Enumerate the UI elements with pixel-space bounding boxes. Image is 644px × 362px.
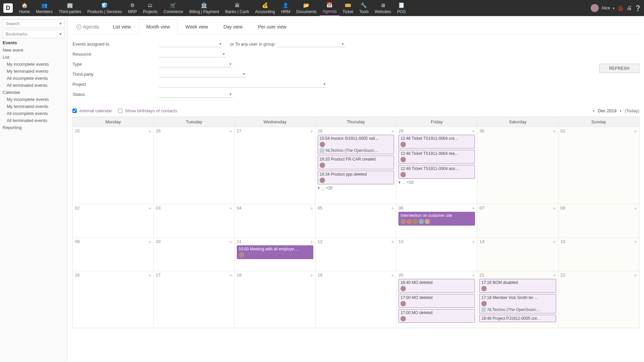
help-icon[interactable]: ❔: [635, 5, 641, 11]
cal-cell[interactable]: 30+: [477, 127, 558, 204]
add-event-icon[interactable]: +: [472, 273, 475, 279]
cal-cell[interactable]: 05+: [315, 204, 396, 237]
cal-cell[interactable]: 13+: [396, 237, 477, 271]
cal-cell[interactable]: 28+ 15:54 Invoice SI1911-0005 vali… NLTe…: [315, 127, 396, 204]
cal-cell[interactable]: 17+: [153, 271, 234, 328]
topmenu-thirdparties[interactable]: 🏢Third-parties: [56, 0, 84, 16]
app-logo[interactable]: D: [0, 0, 16, 16]
topmenu-members[interactable]: 👥Members: [33, 0, 56, 16]
sidebar-bookmarks[interactable]: Bookmarks▾: [3, 30, 65, 38]
add-event-icon[interactable]: +: [391, 205, 394, 212]
tab-week-view[interactable]: Week view: [178, 19, 216, 34]
chevron-down-icon[interactable]: ▾: [613, 6, 614, 10]
bug-icon[interactable]: 🐞: [617, 5, 624, 11]
prev-month-button[interactable]: ‹: [593, 108, 595, 113]
next-month-button[interactable]: ›: [620, 108, 622, 113]
calendar-event[interactable]: 17:00 MO deleted: [398, 309, 475, 323]
cal-cell[interactable]: 14+: [477, 237, 558, 271]
add-event-icon[interactable]: +: [391, 239, 394, 245]
cal-cell[interactable]: 06+ Intervention on customer site: [396, 204, 477, 237]
cal-cell[interactable]: 09+: [73, 237, 153, 271]
add-event-icon[interactable]: +: [310, 273, 313, 279]
sidebar-cal-all-incomplete[interactable]: All incomplete events: [3, 110, 65, 117]
sidebar-my-incomplete[interactable]: My incomplete events: [3, 61, 65, 68]
cal-cell[interactable]: 27+: [234, 127, 315, 204]
topmenu-documents[interactable]: 📂Documents: [293, 0, 320, 16]
sidebar-all-incomplete[interactable]: All incomplete events: [3, 75, 65, 82]
calendar-event[interactable]: 16:40 MO deleted: [398, 279, 475, 293]
add-event-icon[interactable]: +: [634, 205, 637, 212]
cal-cell[interactable]: 02+: [73, 204, 153, 237]
sidebar-cal-all-terminated[interactable]: All terminated events: [3, 117, 65, 124]
tab-day-view[interactable]: Day view: [216, 19, 250, 34]
cal-cell[interactable]: 19+: [315, 271, 396, 328]
cal-cell[interactable]: 22+: [558, 271, 639, 328]
add-event-icon[interactable]: +: [148, 128, 151, 134]
more-events[interactable]: ▾… +20: [318, 186, 394, 190]
filter-thirdparty-select[interactable]: ▾: [159, 71, 246, 77]
cal-cell[interactable]: 29+ 12:46 Ticket TS1911-0004 cre… 12:46 …: [396, 127, 477, 204]
topmenu-mrp[interactable]: ⚙MRP: [125, 0, 140, 16]
sidebar-cal-my-incomplete[interactable]: My incomplete events: [3, 96, 65, 103]
add-event-icon[interactable]: +: [553, 273, 556, 279]
add-event-icon[interactable]: +: [472, 205, 475, 212]
print-icon[interactable]: 🖨: [627, 5, 632, 11]
sidebar-reporting[interactable]: Reporting: [3, 124, 65, 131]
refresh-button[interactable]: REFRESH: [599, 64, 639, 73]
filter-type-select[interactable]: ▾: [159, 61, 233, 67]
sidebar-events-head[interactable]: Events: [3, 40, 65, 45]
calendar-event[interactable]: 17:18 BOM disabled: [479, 279, 556, 293]
topmenu-websites[interactable]: 🖥Websites: [372, 0, 394, 16]
avatar[interactable]: [591, 4, 599, 12]
topmenu-tools[interactable]: 🔧Tools: [356, 0, 372, 16]
username[interactable]: Alice: [601, 6, 610, 10]
topmenu-projects[interactable]: 🗂Projects: [140, 0, 160, 16]
topmenu-products[interactable]: 🧊Products | Services: [84, 0, 125, 16]
topmenu-pos[interactable]: 🧾POS: [394, 0, 409, 16]
add-event-icon[interactable]: +: [472, 128, 475, 134]
cal-cell[interactable]: 26+: [153, 127, 234, 204]
topmenu-commerce[interactable]: 🛒Commerce: [161, 0, 186, 16]
topmenu-banks[interactable]: 🏛Banks | Cash: [222, 0, 252, 16]
cal-cell[interactable]: 12+: [315, 237, 396, 271]
calendar-event[interactable]: 17:18 Member Vick Smith ter…NLTechno (Th…: [479, 294, 556, 313]
cal-cell[interactable]: 04+: [234, 204, 315, 237]
add-event-icon[interactable]: +: [553, 205, 556, 212]
cal-cell[interactable]: 11+ 10:00 Meeting with all employe…: [234, 237, 315, 271]
cal-cell[interactable]: 03+: [153, 204, 234, 237]
cal-cell[interactable]: 25+: [73, 127, 153, 204]
add-event-icon[interactable]: +: [634, 239, 637, 245]
add-event-icon[interactable]: +: [229, 128, 232, 134]
calendar-event[interactable]: 10:00 Meeting with all employe…: [237, 245, 313, 259]
filter-resource-select[interactable]: ▾: [159, 51, 226, 57]
calendar-event[interactable]: 12:46 Ticket TS1911-0004 cre…: [398, 135, 475, 148]
topmenu-accounting[interactable]: 💰Accounting: [252, 0, 278, 16]
topmenu-hrm[interactable]: 👤HRM: [278, 0, 293, 16]
calendar-event[interactable]: 19:46 Project PJ1912-0005 cre…: [479, 315, 556, 322]
cal-cell[interactable]: 20+ 16:40 MO deleted 17:00 MO deleted 17…: [396, 271, 477, 328]
more-events[interactable]: ▾… +10: [398, 180, 475, 185]
add-event-icon[interactable]: +: [391, 273, 394, 279]
calendar-event[interactable]: 17:00 MO deleted: [398, 294, 475, 308]
sidebar-new-event[interactable]: New event: [3, 47, 65, 54]
cal-cell[interactable]: 21+ 17:18 BOM disabled 17:18 Member Vick…: [477, 271, 558, 328]
add-event-icon[interactable]: +: [472, 239, 475, 245]
calendar-event[interactable]: 15:54 Invoice SI1911-0005 vali… NLTechno…: [318, 135, 394, 154]
cal-cell[interactable]: 08+: [558, 204, 639, 237]
topmenu-agenda[interactable]: 📅Agenda: [320, 0, 339, 16]
add-event-icon[interactable]: +: [148, 205, 151, 212]
breadcrumb-agenda[interactable]: 🕘 Agenda: [72, 24, 102, 29]
sidebar-cal-my-terminated[interactable]: My terminated events: [3, 103, 65, 110]
internal-calendar-checkbox[interactable]: [72, 109, 77, 113]
sidebar-my-terminated[interactable]: My terminated events: [3, 68, 65, 75]
filter-assigned-select[interactable]: ▾: [159, 41, 223, 47]
calendar-event[interactable]: 12:46 Ticket TS1911-0004 ass…: [398, 165, 475, 179]
cal-cell[interactable]: 07+: [477, 204, 558, 237]
calendar-event[interactable]: 16:33 Product FR-CAR created: [318, 156, 394, 169]
tab-list-view[interactable]: List view: [105, 19, 139, 34]
topmenu-billing[interactable]: 🏦Billing | Payment: [186, 0, 222, 16]
tab-per-user-view[interactable]: Per user view: [250, 19, 294, 34]
cal-cell[interactable]: 16+: [73, 271, 153, 328]
filter-project-select[interactable]: ▾: [159, 81, 327, 87]
sidebar-all-terminated[interactable]: All terminated events: [3, 82, 65, 89]
